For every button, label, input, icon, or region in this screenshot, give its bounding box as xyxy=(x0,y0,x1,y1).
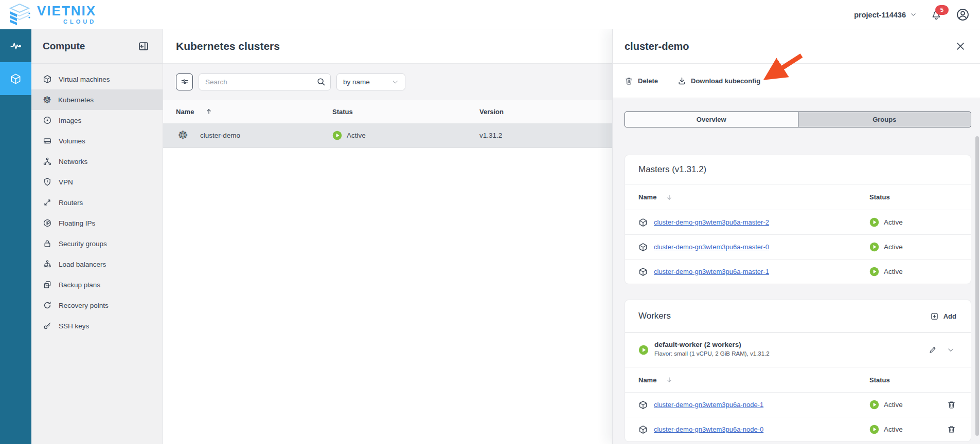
status-active-icon xyxy=(332,131,342,140)
master-node-link[interactable]: cluster-demo-gn3wtem3pu6a-master-1 xyxy=(654,268,769,275)
cube-icon xyxy=(638,267,648,276)
master-node-link[interactable]: cluster-demo-gn3wtem3pu6a-master-2 xyxy=(654,218,769,226)
cluster-name: cluster-demo xyxy=(200,132,240,139)
sidebar-item-virtual-machines[interactable]: Virtual machines xyxy=(31,69,163,89)
column-name[interactable]: Name xyxy=(638,193,656,201)
sidebar-item-label: Floating IPs xyxy=(59,219,95,227)
sort-descending-icon[interactable] xyxy=(666,194,673,201)
tab-overview[interactable]: Overview xyxy=(625,112,798,127)
cluster-status: Active xyxy=(347,132,366,139)
cluster-table-row[interactable]: ☸ cluster-demo Active v1.31.2 xyxy=(163,123,612,148)
delete-button[interactable]: Delete xyxy=(625,77,658,85)
clusters-table-header: Name Status Version xyxy=(163,100,612,123)
status-active-icon xyxy=(869,400,879,410)
rail-item-compute[interactable] xyxy=(0,62,31,95)
load-balancer-icon xyxy=(43,260,52,269)
master-node-link[interactable]: cluster-demo-gn3wtem3pu6a-master-0 xyxy=(654,243,769,251)
sidebar-item-label: Networks xyxy=(59,158,87,165)
column-status[interactable]: Status xyxy=(332,108,353,116)
cube-icon xyxy=(638,425,648,434)
panel-scrollbar-thumb[interactable] xyxy=(975,136,979,436)
top-bar: VIETNIX CLOUD project-114436 5 xyxy=(0,0,980,29)
sidebar-item-label: Routers xyxy=(59,199,83,207)
vietnix-logo[interactable]: VIETNIX CLOUD xyxy=(7,3,96,26)
list-toolbar: by name xyxy=(163,64,612,100)
sidebar-item-ssh-keys[interactable]: SSH keys xyxy=(31,316,163,336)
search-input[interactable] xyxy=(199,73,331,90)
sort-ascending-icon[interactable] xyxy=(205,108,212,115)
trash-icon[interactable] xyxy=(947,400,956,409)
column-status[interactable]: Status xyxy=(869,376,890,384)
status-active-icon xyxy=(869,242,879,252)
cube-icon xyxy=(638,243,648,252)
chevron-down-icon xyxy=(910,11,917,18)
masters-card: Masters (v1.31.2) Name Status cluster-de… xyxy=(625,155,971,284)
worker-group-row: default-worker (2 workers) Flavor: small… xyxy=(625,332,971,367)
sidebar-item-networks[interactable]: Networks xyxy=(31,151,163,172)
masters-card-title: Masters (v1.31.2) xyxy=(638,164,706,175)
sidebar-item-kubernetes[interactable]: ☸ Kubernetes xyxy=(31,89,163,110)
worker-node-link[interactable]: cluster-demo-gn3wtem3pu6a-node-0 xyxy=(654,425,763,433)
column-name[interactable]: Name xyxy=(638,376,656,384)
account-avatar-button[interactable] xyxy=(956,8,970,22)
notification-badge: 5 xyxy=(935,5,949,15)
panel-title: cluster-demo xyxy=(625,41,689,52)
lock-icon xyxy=(43,239,52,248)
app-rail xyxy=(0,29,31,444)
sliders-icon xyxy=(180,77,189,86)
status-active-icon xyxy=(869,267,879,276)
master-node-row: cluster-demo-gn3wtem3pu6a-master-1 Activ… xyxy=(625,259,971,284)
cube-icon xyxy=(43,75,52,84)
node-status: Active xyxy=(884,243,903,251)
add-worker-button[interactable]: Add xyxy=(930,312,956,321)
status-active-icon xyxy=(869,217,879,227)
sidebar-item-label: Kubernetes xyxy=(58,96,94,104)
sidebar-item-recovery-points[interactable]: Recovery points xyxy=(31,295,163,316)
sidebar-item-backup-plans[interactable]: Backup plans xyxy=(31,274,163,295)
collapse-sidebar-icon[interactable] xyxy=(138,41,149,52)
rail-item-monitoring[interactable] xyxy=(0,29,31,62)
sidebar-item-volumes[interactable]: Volumes xyxy=(31,131,163,151)
sidebar-item-security-groups[interactable]: Security groups xyxy=(31,233,163,254)
sidebar-item-floating-ips[interactable]: Floating IPs xyxy=(31,213,163,233)
masters-table-header: Name Status xyxy=(625,184,971,210)
project-switcher[interactable]: project-114436 xyxy=(854,11,917,19)
tab-groups[interactable]: Groups xyxy=(798,112,971,127)
pencil-icon[interactable] xyxy=(929,346,937,354)
sidebar-heading: Compute xyxy=(43,41,85,52)
workers-table-header: Name Status xyxy=(625,367,971,392)
status-active-icon xyxy=(869,424,879,434)
column-status[interactable]: Status xyxy=(869,193,890,201)
add-label: Add xyxy=(943,312,956,320)
sidebar-item-label: SSH keys xyxy=(59,322,89,330)
copy-icon xyxy=(43,280,52,289)
trash-icon[interactable] xyxy=(947,425,956,434)
sidebar-item-images[interactable]: Images xyxy=(31,110,163,131)
sidebar-item-vpn[interactable]: VPN xyxy=(31,172,163,192)
project-name: project-114436 xyxy=(854,11,906,19)
sidebar-item-label: Virtual machines xyxy=(59,76,110,83)
plus-square-icon xyxy=(930,312,939,321)
column-name[interactable]: Name xyxy=(176,108,194,116)
download-kubeconfig-label: Download kubeconfig xyxy=(691,77,760,85)
sidebar-item-load-balancers[interactable]: Load balancers xyxy=(31,254,163,274)
cube-icon xyxy=(638,218,648,227)
column-version[interactable]: Version xyxy=(479,108,504,116)
chevron-down-icon[interactable] xyxy=(947,346,954,354)
sort-by-select[interactable]: by name xyxy=(336,73,405,90)
notifications-button[interactable]: 5 xyxy=(930,9,942,21)
sort-descending-icon[interactable] xyxy=(666,376,673,383)
close-icon[interactable] xyxy=(955,41,966,51)
sidebar-item-label: Recovery points xyxy=(59,302,109,309)
node-status: Active xyxy=(884,401,903,409)
cube-icon xyxy=(10,73,22,85)
refresh-icon xyxy=(43,301,52,310)
cluster-detail-panel: cluster-demo Delete Download kubeconfig … xyxy=(612,29,980,444)
download-kubeconfig-button[interactable]: Download kubeconfig xyxy=(678,77,760,85)
download-icon xyxy=(678,77,686,85)
sidebar-item-routers[interactable]: Routers xyxy=(31,192,163,213)
filter-button[interactable] xyxy=(176,73,193,90)
workers-card-title: Workers xyxy=(638,311,671,321)
sidebar-item-label: VPN xyxy=(59,178,73,186)
worker-node-link[interactable]: cluster-demo-gn3wtem3pu6a-node-1 xyxy=(654,401,763,409)
